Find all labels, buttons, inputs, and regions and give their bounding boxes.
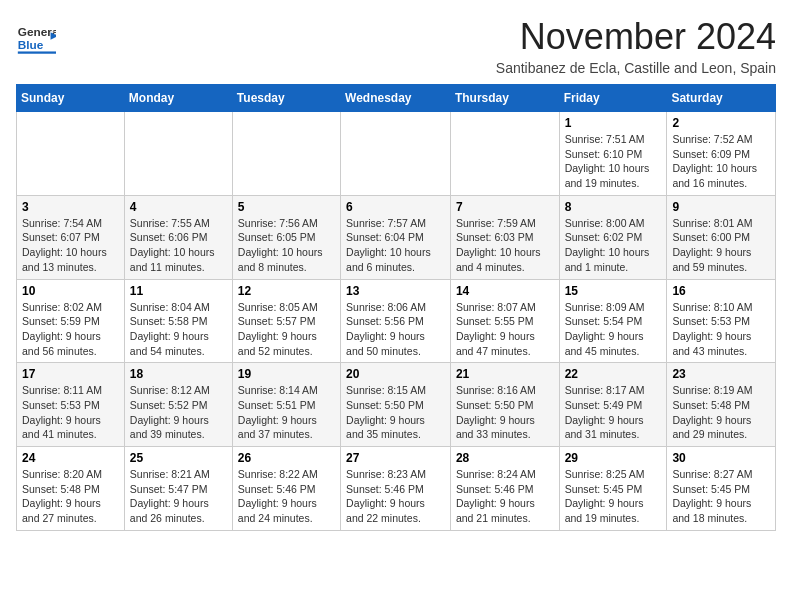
title-area: November 2024 Santibanez de Ecla, Castil… (496, 16, 776, 76)
calendar-day-cell: 25Sunrise: 8:21 AMSunset: 5:47 PMDayligh… (124, 447, 232, 531)
calendar-day-cell: 2Sunrise: 7:52 AMSunset: 6:09 PMDaylight… (667, 112, 776, 196)
day-of-week-header: Tuesday (232, 85, 340, 112)
calendar-day-cell: 9Sunrise: 8:01 AMSunset: 6:00 PMDaylight… (667, 195, 776, 279)
calendar-day-cell: 17Sunrise: 8:11 AMSunset: 5:53 PMDayligh… (17, 363, 125, 447)
day-number: 24 (22, 451, 119, 465)
day-info: Sunrise: 8:24 AMSunset: 5:46 PMDaylight:… (456, 467, 554, 526)
calendar-day-cell: 4Sunrise: 7:55 AMSunset: 6:06 PMDaylight… (124, 195, 232, 279)
day-number: 28 (456, 451, 554, 465)
day-info: Sunrise: 8:22 AMSunset: 5:46 PMDaylight:… (238, 467, 335, 526)
calendar-day-cell: 22Sunrise: 8:17 AMSunset: 5:49 PMDayligh… (559, 363, 667, 447)
day-number: 18 (130, 367, 227, 381)
calendar-day-cell (232, 112, 340, 196)
day-number: 1 (565, 116, 662, 130)
calendar-day-cell: 23Sunrise: 8:19 AMSunset: 5:48 PMDayligh… (667, 363, 776, 447)
day-info: Sunrise: 8:14 AMSunset: 5:51 PMDaylight:… (238, 383, 335, 442)
day-info: Sunrise: 8:23 AMSunset: 5:46 PMDaylight:… (346, 467, 445, 526)
day-number: 19 (238, 367, 335, 381)
day-of-week-header: Saturday (667, 85, 776, 112)
calendar-week-row: 10Sunrise: 8:02 AMSunset: 5:59 PMDayligh… (17, 279, 776, 363)
page-header: General Blue November 2024 Santibanez de… (16, 16, 776, 76)
svg-text:Blue: Blue (18, 38, 44, 52)
day-number: 17 (22, 367, 119, 381)
day-number: 29 (565, 451, 662, 465)
day-info: Sunrise: 7:52 AMSunset: 6:09 PMDaylight:… (672, 132, 770, 191)
day-info: Sunrise: 7:56 AMSunset: 6:05 PMDaylight:… (238, 216, 335, 275)
day-number: 15 (565, 284, 662, 298)
day-info: Sunrise: 8:19 AMSunset: 5:48 PMDaylight:… (672, 383, 770, 442)
calendar-day-cell: 3Sunrise: 7:54 AMSunset: 6:07 PMDaylight… (17, 195, 125, 279)
day-info: Sunrise: 8:11 AMSunset: 5:53 PMDaylight:… (22, 383, 119, 442)
day-info: Sunrise: 8:07 AMSunset: 5:55 PMDaylight:… (456, 300, 554, 359)
day-info: Sunrise: 8:02 AMSunset: 5:59 PMDaylight:… (22, 300, 119, 359)
day-number: 11 (130, 284, 227, 298)
day-number: 22 (565, 367, 662, 381)
calendar-day-cell: 24Sunrise: 8:20 AMSunset: 5:48 PMDayligh… (17, 447, 125, 531)
calendar-day-cell: 28Sunrise: 8:24 AMSunset: 5:46 PMDayligh… (450, 447, 559, 531)
calendar-day-cell: 16Sunrise: 8:10 AMSunset: 5:53 PMDayligh… (667, 279, 776, 363)
calendar-day-cell: 13Sunrise: 8:06 AMSunset: 5:56 PMDayligh… (341, 279, 451, 363)
day-info: Sunrise: 8:01 AMSunset: 6:00 PMDaylight:… (672, 216, 770, 275)
day-info: Sunrise: 7:54 AMSunset: 6:07 PMDaylight:… (22, 216, 119, 275)
day-number: 8 (565, 200, 662, 214)
calendar-week-row: 17Sunrise: 8:11 AMSunset: 5:53 PMDayligh… (17, 363, 776, 447)
day-info: Sunrise: 8:05 AMSunset: 5:57 PMDaylight:… (238, 300, 335, 359)
day-number: 4 (130, 200, 227, 214)
day-info: Sunrise: 8:16 AMSunset: 5:50 PMDaylight:… (456, 383, 554, 442)
day-number: 2 (672, 116, 770, 130)
day-info: Sunrise: 7:59 AMSunset: 6:03 PMDaylight:… (456, 216, 554, 275)
day-of-week-header: Wednesday (341, 85, 451, 112)
logo-icon: General Blue (16, 16, 56, 60)
day-number: 5 (238, 200, 335, 214)
day-number: 9 (672, 200, 770, 214)
day-info: Sunrise: 8:04 AMSunset: 5:58 PMDaylight:… (130, 300, 227, 359)
calendar-day-cell: 5Sunrise: 7:56 AMSunset: 6:05 PMDaylight… (232, 195, 340, 279)
day-of-week-header: Monday (124, 85, 232, 112)
calendar-day-cell: 18Sunrise: 8:12 AMSunset: 5:52 PMDayligh… (124, 363, 232, 447)
day-number: 30 (672, 451, 770, 465)
day-info: Sunrise: 8:06 AMSunset: 5:56 PMDaylight:… (346, 300, 445, 359)
calendar-week-row: 3Sunrise: 7:54 AMSunset: 6:07 PMDaylight… (17, 195, 776, 279)
calendar-day-cell: 29Sunrise: 8:25 AMSunset: 5:45 PMDayligh… (559, 447, 667, 531)
calendar-day-cell (450, 112, 559, 196)
calendar-day-cell (124, 112, 232, 196)
calendar-day-cell: 6Sunrise: 7:57 AMSunset: 6:04 PMDaylight… (341, 195, 451, 279)
calendar-day-cell: 26Sunrise: 8:22 AMSunset: 5:46 PMDayligh… (232, 447, 340, 531)
calendar-day-cell: 11Sunrise: 8:04 AMSunset: 5:58 PMDayligh… (124, 279, 232, 363)
day-info: Sunrise: 8:27 AMSunset: 5:45 PMDaylight:… (672, 467, 770, 526)
day-number: 3 (22, 200, 119, 214)
calendar-day-cell: 7Sunrise: 7:59 AMSunset: 6:03 PMDaylight… (450, 195, 559, 279)
day-info: Sunrise: 7:51 AMSunset: 6:10 PMDaylight:… (565, 132, 662, 191)
calendar-table: SundayMondayTuesdayWednesdayThursdayFrid… (16, 84, 776, 531)
location-subtitle: Santibanez de Ecla, Castille and Leon, S… (496, 60, 776, 76)
calendar-week-row: 1Sunrise: 7:51 AMSunset: 6:10 PMDaylight… (17, 112, 776, 196)
calendar-day-cell: 30Sunrise: 8:27 AMSunset: 5:45 PMDayligh… (667, 447, 776, 531)
day-number: 13 (346, 284, 445, 298)
calendar-week-row: 24Sunrise: 8:20 AMSunset: 5:48 PMDayligh… (17, 447, 776, 531)
calendar-day-cell: 10Sunrise: 8:02 AMSunset: 5:59 PMDayligh… (17, 279, 125, 363)
day-number: 23 (672, 367, 770, 381)
day-number: 14 (456, 284, 554, 298)
day-number: 26 (238, 451, 335, 465)
svg-rect-3 (18, 51, 56, 53)
day-info: Sunrise: 8:10 AMSunset: 5:53 PMDaylight:… (672, 300, 770, 359)
calendar-body: 1Sunrise: 7:51 AMSunset: 6:10 PMDaylight… (17, 112, 776, 531)
calendar-day-cell: 15Sunrise: 8:09 AMSunset: 5:54 PMDayligh… (559, 279, 667, 363)
day-of-week-header: Friday (559, 85, 667, 112)
day-info: Sunrise: 7:57 AMSunset: 6:04 PMDaylight:… (346, 216, 445, 275)
calendar-day-cell: 12Sunrise: 8:05 AMSunset: 5:57 PMDayligh… (232, 279, 340, 363)
month-title: November 2024 (496, 16, 776, 58)
calendar-day-cell (17, 112, 125, 196)
day-number: 20 (346, 367, 445, 381)
day-of-week-header: Sunday (17, 85, 125, 112)
day-number: 12 (238, 284, 335, 298)
day-info: Sunrise: 8:15 AMSunset: 5:50 PMDaylight:… (346, 383, 445, 442)
calendar-day-cell: 27Sunrise: 8:23 AMSunset: 5:46 PMDayligh… (341, 447, 451, 531)
calendar-day-cell: 1Sunrise: 7:51 AMSunset: 6:10 PMDaylight… (559, 112, 667, 196)
day-info: Sunrise: 8:25 AMSunset: 5:45 PMDaylight:… (565, 467, 662, 526)
day-info: Sunrise: 8:12 AMSunset: 5:52 PMDaylight:… (130, 383, 227, 442)
day-info: Sunrise: 8:21 AMSunset: 5:47 PMDaylight:… (130, 467, 227, 526)
day-info: Sunrise: 8:09 AMSunset: 5:54 PMDaylight:… (565, 300, 662, 359)
day-number: 6 (346, 200, 445, 214)
calendar-day-cell: 20Sunrise: 8:15 AMSunset: 5:50 PMDayligh… (341, 363, 451, 447)
